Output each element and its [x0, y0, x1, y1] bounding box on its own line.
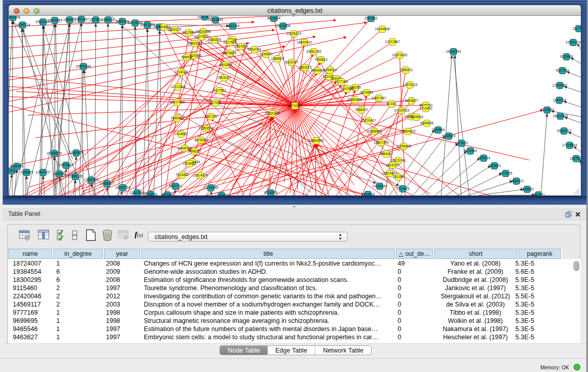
svg-text:252254: 252254 [393, 175, 404, 179]
svg-text:3875685: 3875685 [223, 51, 236, 55]
svg-text:6466160: 6466160 [101, 18, 115, 21]
svg-text:9146821: 9146821 [259, 52, 273, 56]
svg-text:2803144: 2803144 [217, 76, 231, 79]
svg-text:17016504: 17016504 [562, 143, 577, 147]
svg-text:2935114: 2935114 [477, 156, 490, 160]
svg-text:9124578: 9124578 [264, 191, 277, 194]
svg-text:15716485: 15716485 [203, 186, 219, 189]
svg-text:1244419: 1244419 [553, 98, 566, 102]
svg-text:10807487: 10807487 [371, 96, 386, 100]
svg-text:12323446: 12323446 [129, 191, 145, 194]
svg-text:15692971: 15692971 [556, 129, 572, 133]
svg-text:10688609: 10688609 [367, 129, 382, 133]
svg-text:9242848: 9242848 [219, 63, 232, 67]
svg-text:16154808: 16154808 [375, 27, 390, 31]
svg-text:1640954: 1640954 [431, 128, 445, 132]
svg-text:7632621: 7632621 [488, 164, 501, 167]
svg-text:16648784: 16648784 [446, 50, 461, 53]
svg-text:9129966: 9129966 [560, 55, 573, 58]
svg-text:16543382: 16543382 [187, 41, 203, 45]
svg-text:317006: 317006 [210, 101, 221, 104]
svg-text:6497568: 6497568 [340, 87, 354, 91]
svg-text:9327505: 9327505 [223, 40, 236, 44]
svg-text:9462821: 9462821 [532, 193, 545, 195]
svg-text:9699695: 9699695 [420, 121, 433, 125]
svg-text:15226058: 15226058 [195, 30, 211, 33]
svg-text:1562615: 1562615 [298, 65, 312, 69]
svg-text:6466160: 6466160 [116, 19, 129, 23]
svg-text:17957225: 17957225 [83, 178, 99, 182]
svg-text:10973493: 10973493 [392, 53, 407, 57]
svg-text:9245652: 9245652 [520, 187, 534, 191]
svg-text:7625402: 7625402 [176, 173, 189, 177]
svg-text:2087652: 2087652 [364, 16, 378, 20]
svg-text:1615132: 1615132 [386, 163, 399, 167]
svg-text:10958107: 10958107 [99, 182, 115, 185]
svg-text:25300275: 25300275 [265, 112, 280, 115]
svg-text:17359924: 17359924 [69, 151, 84, 155]
svg-text:1145194: 1145194 [53, 172, 66, 176]
svg-text:16961755: 16961755 [306, 50, 321, 53]
svg-text:8938923: 8938923 [442, 134, 455, 138]
svg-text:3498222: 3498222 [188, 149, 201, 153]
svg-text:9857791: 9857791 [169, 184, 182, 188]
svg-text:11353594: 11353594 [199, 126, 214, 130]
svg-text:62160: 62160 [387, 102, 397, 105]
svg-text:1916682: 1916682 [175, 132, 188, 136]
svg-text:8215953: 8215953 [540, 108, 554, 112]
svg-text:18807249: 18807249 [374, 141, 389, 144]
svg-text:1045245: 1045245 [144, 192, 157, 195]
svg-text:1733426: 1733426 [396, 187, 409, 190]
svg-text:10653267: 10653267 [74, 17, 89, 21]
svg-text:12213369: 12213369 [170, 85, 186, 89]
svg-text:7485003: 7485003 [399, 68, 412, 72]
svg-text:16033809: 16033809 [208, 18, 223, 21]
svg-text:19654923: 19654923 [400, 129, 416, 133]
svg-text:6794024: 6794024 [323, 68, 337, 72]
svg-text:1713400: 1713400 [419, 106, 432, 110]
svg-text:1733426: 1733426 [215, 193, 228, 195]
svg-text:16914479: 16914479 [192, 173, 208, 177]
svg-text:20364436: 20364436 [347, 98, 362, 101]
svg-text:12505135: 12505135 [68, 174, 83, 178]
svg-text:12213967: 12213967 [385, 40, 400, 43]
svg-text:9652442: 9652442 [161, 193, 174, 195]
svg-text:9884067: 9884067 [380, 152, 393, 156]
svg-text:20053346: 20053346 [76, 64, 91, 68]
svg-text:8322037: 8322037 [285, 60, 298, 64]
svg-text:1849504: 1849504 [410, 115, 423, 119]
svg-text:19756928: 19756928 [396, 144, 411, 148]
svg-text:15751074: 15751074 [565, 40, 581, 44]
svg-text:9777169: 9777169 [335, 80, 348, 83]
svg-text:16107553: 16107553 [169, 100, 185, 104]
svg-text:16210643: 16210643 [553, 114, 568, 118]
svg-text:11325419: 11325419 [287, 32, 301, 35]
svg-text:9327503: 9327503 [195, 35, 208, 38]
svg-text:18724007: 18724007 [287, 104, 302, 107]
svg-text:8186328: 8186328 [208, 38, 221, 41]
svg-text:14136141: 14136141 [372, 184, 387, 188]
svg-text:8454749: 8454749 [248, 48, 261, 51]
svg-text:9227342: 9227342 [556, 69, 569, 72]
svg-text:20206576: 20206576 [47, 151, 62, 155]
svg-text:19218596: 19218596 [275, 24, 291, 28]
svg-text:10025433: 10025433 [394, 108, 409, 112]
svg-text:2718126: 2718126 [175, 70, 188, 74]
svg-text:989614: 989614 [181, 55, 192, 59]
svg-text:1965493: 1965493 [170, 116, 184, 120]
svg-text:8427552: 8427552 [213, 89, 226, 92]
svg-text:19975867: 19975867 [58, 163, 74, 167]
svg-text:15720407: 15720407 [361, 119, 376, 122]
svg-text:1588520: 1588520 [271, 57, 284, 60]
svg-text:1204932: 1204932 [183, 162, 196, 165]
svg-text:7986372: 7986372 [355, 108, 368, 112]
svg-text:1156829: 1156829 [20, 170, 33, 174]
svg-text:3960125: 3960125 [168, 28, 181, 31]
svg-text:9435061: 9435061 [10, 164, 24, 168]
svg-text:16782759: 16782759 [115, 186, 130, 189]
svg-text:2867608: 2867608 [234, 45, 248, 48]
svg-text:3624554: 3624554 [360, 91, 373, 94]
svg-text:1527602: 1527602 [89, 18, 102, 21]
svg-text:8912954: 8912954 [182, 31, 195, 34]
svg-text:20691406: 20691406 [9, 16, 20, 19]
